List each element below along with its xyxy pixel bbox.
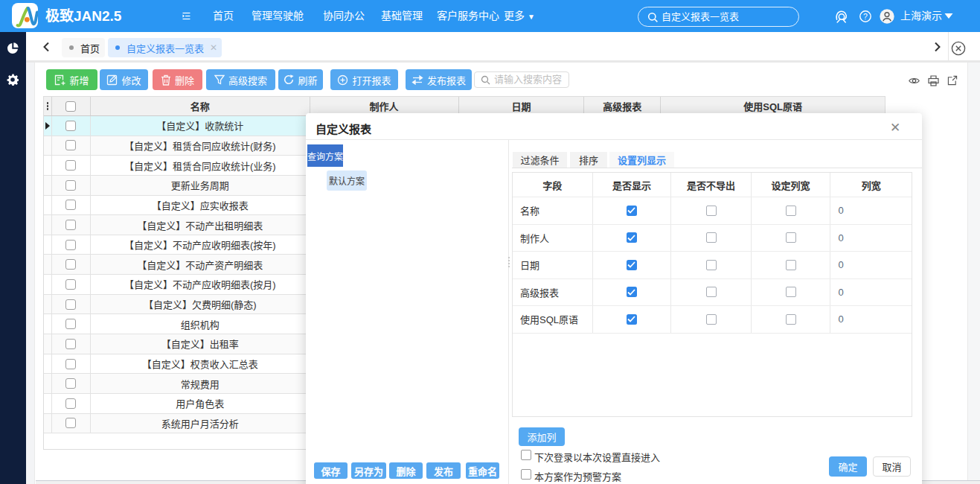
svg-text:?: ? [863,11,868,20]
